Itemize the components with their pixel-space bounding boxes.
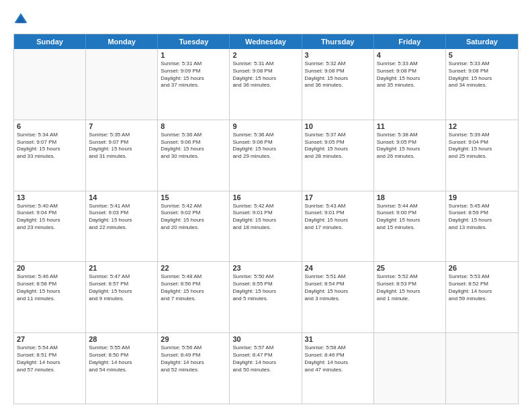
cell-info: Sunrise: 5:57 AM Sunset: 8:47 PM Dayligh… [232, 345, 298, 373]
cell-info: Sunrise: 5:31 AM Sunset: 9:09 PM Dayligh… [161, 60, 226, 89]
calendar-cell: 7Sunrise: 5:35 AM Sunset: 9:07 PM Daylig… [86, 120, 158, 191]
day-number: 28 [89, 335, 154, 343]
day-number: 14 [89, 193, 154, 201]
calendar-cell: 8Sunrise: 5:36 AM Sunset: 9:06 PM Daylig… [158, 120, 230, 191]
day-number: 8 [161, 122, 226, 130]
cell-info: Sunrise: 5:36 AM Sunset: 9:06 PM Dayligh… [232, 132, 298, 161]
cell-info: Sunrise: 5:55 AM Sunset: 8:50 PM Dayligh… [89, 345, 154, 373]
calendar-cell: 12Sunrise: 5:39 AM Sunset: 9:04 PM Dayli… [446, 120, 518, 191]
calendar-cell: 3Sunrise: 5:32 AM Sunset: 9:08 PM Daylig… [302, 49, 374, 120]
day-number: 10 [305, 122, 371, 130]
day-number: 11 [377, 122, 443, 130]
cell-info: Sunrise: 5:38 AM Sunset: 9:05 PM Dayligh… [377, 132, 443, 161]
day-number: 3 [305, 51, 371, 59]
day-number: 15 [161, 193, 226, 201]
cell-info: Sunrise: 5:37 AM Sunset: 9:05 PM Dayligh… [305, 132, 371, 161]
calendar-cell: 13Sunrise: 5:40 AM Sunset: 9:04 PM Dayli… [14, 191, 86, 262]
calendar-cell: 22Sunrise: 5:48 AM Sunset: 8:56 PM Dayli… [158, 262, 230, 332]
day-number: 5 [449, 51, 515, 59]
day-number: 6 [17, 122, 83, 130]
calendar-cell: 27Sunrise: 5:54 AM Sunset: 8:51 PM Dayli… [14, 333, 86, 404]
day-header-friday: Friday [374, 34, 446, 49]
cell-info: Sunrise: 5:46 AM Sunset: 8:58 PM Dayligh… [17, 273, 83, 302]
cell-info: Sunrise: 5:50 AM Sunset: 8:55 PM Dayligh… [232, 273, 298, 302]
calendar-cell: 10Sunrise: 5:37 AM Sunset: 9:05 PM Dayli… [302, 120, 374, 191]
cell-info: Sunrise: 5:53 AM Sunset: 8:52 PM Dayligh… [449, 273, 515, 302]
cell-info: Sunrise: 5:58 AM Sunset: 8:46 PM Dayligh… [305, 345, 371, 373]
calendar-cell: 20Sunrise: 5:46 AM Sunset: 8:58 PM Dayli… [14, 262, 86, 332]
cell-info: Sunrise: 5:35 AM Sunset: 9:07 PM Dayligh… [89, 132, 154, 161]
calendar-week-1: 1Sunrise: 5:31 AM Sunset: 9:09 PM Daylig… [14, 49, 518, 120]
cell-info: Sunrise: 5:42 AM Sunset: 9:02 PM Dayligh… [161, 203, 226, 232]
calendar-cell: 11Sunrise: 5:38 AM Sunset: 9:05 PM Dayli… [374, 120, 446, 191]
cell-info: Sunrise: 5:41 AM Sunset: 9:03 PM Dayligh… [89, 203, 154, 232]
calendar-cell: 1Sunrise: 5:31 AM Sunset: 9:09 PM Daylig… [158, 49, 230, 120]
cell-info: Sunrise: 5:51 AM Sunset: 8:54 PM Dayligh… [305, 273, 371, 302]
day-number: 23 [232, 264, 298, 272]
cell-info: Sunrise: 5:52 AM Sunset: 8:53 PM Dayligh… [377, 273, 443, 302]
cell-info: Sunrise: 5:33 AM Sunset: 9:08 PM Dayligh… [377, 60, 443, 89]
calendar-cell: 2Sunrise: 5:31 AM Sunset: 9:08 PM Daylig… [230, 49, 302, 120]
cell-info: Sunrise: 5:34 AM Sunset: 9:07 PM Dayligh… [17, 132, 83, 161]
calendar-cell: 18Sunrise: 5:44 AM Sunset: 9:00 PM Dayli… [374, 191, 446, 262]
cell-info: Sunrise: 5:42 AM Sunset: 9:01 PM Dayligh… [232, 203, 298, 232]
calendar-cell: 23Sunrise: 5:50 AM Sunset: 8:55 PM Dayli… [230, 262, 302, 332]
day-header-tuesday: Tuesday [158, 34, 230, 49]
logo [13, 12, 30, 27]
calendar-cell: 21Sunrise: 5:47 AM Sunset: 8:57 PM Dayli… [86, 262, 158, 332]
calendar-header: SundayMondayTuesdayWednesdayThursdayFrid… [14, 34, 518, 49]
day-number: 1 [161, 51, 226, 59]
calendar-cell: 19Sunrise: 5:45 AM Sunset: 8:59 PM Dayli… [446, 191, 518, 262]
calendar-cell: 25Sunrise: 5:52 AM Sunset: 8:53 PM Dayli… [374, 262, 446, 332]
day-number: 18 [377, 193, 443, 201]
cell-info: Sunrise: 5:39 AM Sunset: 9:04 PM Dayligh… [449, 132, 515, 161]
cell-info: Sunrise: 5:43 AM Sunset: 9:01 PM Dayligh… [305, 203, 371, 232]
day-number: 2 [232, 51, 298, 59]
calendar-week-2: 6Sunrise: 5:34 AM Sunset: 9:07 PM Daylig… [14, 120, 518, 191]
day-number: 16 [232, 193, 298, 201]
calendar-body: 1Sunrise: 5:31 AM Sunset: 9:09 PM Daylig… [14, 49, 518, 404]
calendar-cell: 4Sunrise: 5:33 AM Sunset: 9:08 PM Daylig… [374, 49, 446, 120]
day-number: 24 [305, 264, 371, 272]
calendar-cell: 28Sunrise: 5:55 AM Sunset: 8:50 PM Dayli… [86, 333, 158, 404]
day-number: 7 [89, 122, 154, 130]
cell-info: Sunrise: 5:56 AM Sunset: 8:49 PM Dayligh… [161, 345, 226, 373]
day-header-saturday: Saturday [446, 34, 518, 49]
cell-info: Sunrise: 5:47 AM Sunset: 8:57 PM Dayligh… [89, 273, 154, 302]
calendar-cell: 14Sunrise: 5:41 AM Sunset: 9:03 PM Dayli… [86, 191, 158, 262]
day-number: 26 [449, 264, 515, 272]
header [13, 12, 519, 27]
calendar-cell [14, 49, 86, 120]
day-number: 25 [377, 264, 443, 272]
day-number: 29 [161, 335, 226, 343]
day-number: 9 [232, 122, 298, 130]
calendar-cell: 30Sunrise: 5:57 AM Sunset: 8:47 PM Dayli… [230, 333, 302, 404]
cell-info: Sunrise: 5:36 AM Sunset: 9:06 PM Dayligh… [161, 132, 226, 161]
day-number: 4 [377, 51, 443, 59]
calendar-cell: 31Sunrise: 5:58 AM Sunset: 8:46 PM Dayli… [302, 333, 374, 404]
calendar-cell: 29Sunrise: 5:56 AM Sunset: 8:49 PM Dayli… [158, 333, 230, 404]
day-header-monday: Monday [86, 34, 158, 49]
day-number: 30 [232, 335, 298, 343]
calendar-cell: 26Sunrise: 5:53 AM Sunset: 8:52 PM Dayli… [446, 262, 518, 332]
day-number: 19 [449, 193, 515, 201]
calendar-cell [374, 333, 446, 404]
calendar-cell: 16Sunrise: 5:42 AM Sunset: 9:01 PM Dayli… [230, 191, 302, 262]
day-number: 17 [305, 193, 371, 201]
calendar-cell: 6Sunrise: 5:34 AM Sunset: 9:07 PM Daylig… [14, 120, 86, 191]
calendar-cell [86, 49, 158, 120]
calendar-cell [446, 333, 518, 404]
day-number: 31 [305, 335, 371, 343]
calendar-cell: 17Sunrise: 5:43 AM Sunset: 9:01 PM Dayli… [302, 191, 374, 262]
calendar-cell: 5Sunrise: 5:33 AM Sunset: 9:08 PM Daylig… [446, 49, 518, 120]
cell-info: Sunrise: 5:54 AM Sunset: 8:51 PM Dayligh… [17, 345, 83, 373]
day-header-wednesday: Wednesday [230, 34, 302, 49]
calendar-week-5: 27Sunrise: 5:54 AM Sunset: 8:51 PM Dayli… [14, 333, 518, 404]
logo-icon [13, 12, 28, 27]
calendar-cell: 15Sunrise: 5:42 AM Sunset: 9:02 PM Dayli… [158, 191, 230, 262]
day-number: 20 [17, 264, 83, 272]
day-number: 21 [89, 264, 154, 272]
calendar-cell: 24Sunrise: 5:51 AM Sunset: 8:54 PM Dayli… [302, 262, 374, 332]
cell-info: Sunrise: 5:32 AM Sunset: 9:08 PM Dayligh… [305, 60, 371, 89]
cell-info: Sunrise: 5:33 AM Sunset: 9:08 PM Dayligh… [449, 60, 515, 89]
